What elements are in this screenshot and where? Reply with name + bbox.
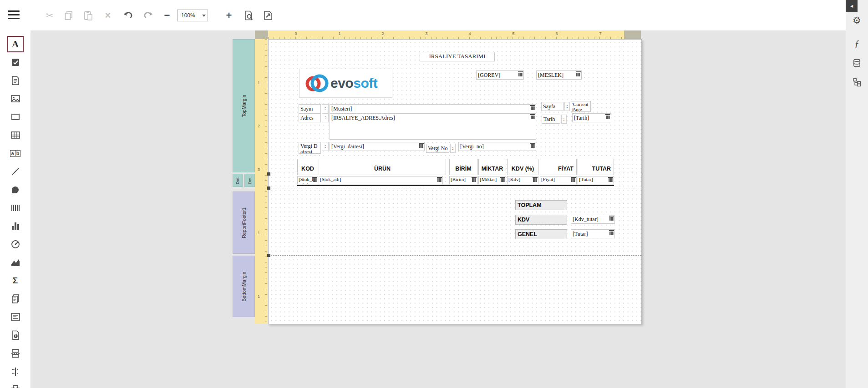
gorev-field[interactable]: [GOREV]: [476, 71, 524, 80]
fullscreen-button[interactable]: [262, 10, 274, 21]
toplam-label[interactable]: TOPLAM: [515, 200, 567, 210]
separator-line-element[interactable]: [297, 185, 614, 186]
kdv-total-label[interactable]: KDV: [515, 215, 567, 225]
colon-label[interactable]: :: [564, 102, 570, 111]
barcode-tool[interactable]: [0, 199, 30, 217]
panel-tool[interactable]: [0, 108, 30, 126]
detail-miktar-field[interactable]: [Miktar]: [478, 176, 506, 184]
band-resize-handle[interactable]: [267, 172, 270, 176]
column-header-birim[interactable]: BİRİM: [449, 159, 477, 175]
charactercomb-tool[interactable]: ab: [0, 144, 30, 162]
panel-collapse-button[interactable]: ◀: [846, 0, 858, 12]
pageinfo-tool[interactable]: [0, 326, 30, 344]
h-ruler-number: 0: [294, 31, 297, 36]
band-resize-handle[interactable]: [267, 186, 270, 190]
redo-button[interactable]: [142, 10, 154, 21]
detail-stok-adi-field[interactable]: [Stok_adi]: [319, 176, 443, 184]
sayfa-label[interactable]: Sayfa: [541, 102, 563, 111]
properties-tab[interactable]: ⚙: [846, 15, 868, 26]
paste-button[interactable]: [82, 10, 94, 21]
meslek-field[interactable]: [MESLEK]: [536, 71, 582, 80]
collapse-arrow-icon: ◀: [850, 4, 853, 8]
genel-tutar-field[interactable]: [Tutar]: [571, 229, 615, 238]
barcode-icon: [11, 205, 20, 211]
detail-birim-field[interactable]: [Birim]: [449, 176, 477, 184]
genel-label[interactable]: GENEL: [515, 229, 567, 239]
adres-field[interactable]: [IRSALIYE_ADRES.Adres]: [330, 113, 536, 140]
gauge-tool[interactable]: [0, 235, 30, 253]
column-header-urun[interactable]: ÜRÜN: [319, 159, 446, 175]
line-tool[interactable]: [0, 162, 30, 181]
copy-button[interactable]: [63, 10, 75, 21]
vergi-no-field[interactable]: [Vergi_no]: [458, 142, 536, 151]
sayin-label[interactable]: Sayın: [299, 104, 321, 113]
expressions-tab[interactable]: ƒ: [846, 38, 868, 50]
detail-kdv-field[interactable]: [Kdv]: [507, 176, 538, 184]
tarih-label[interactable]: Tarih: [542, 115, 560, 124]
current-page-expression[interactable]: 'CurrentPage: [571, 101, 591, 112]
zoom-out-button[interactable]: −: [161, 10, 173, 21]
richtext-tool[interactable]: [0, 71, 30, 90]
kdv-tutar-field[interactable]: [Kdv_tutar]: [571, 215, 615, 224]
vergi-dairesi-field[interactable]: [Vergi_dairesi]: [330, 142, 425, 151]
horizontal-ruler: 0 1 2 3 4 5 6 7: [268, 30, 641, 39]
band-resize-handle[interactable]: [267, 254, 270, 257]
undo-button[interactable]: [122, 10, 134, 21]
delete-button[interactable]: ×: [102, 10, 114, 21]
sparkline-tool[interactable]: [0, 253, 30, 272]
vergi-dairesi-label[interactable]: Vergi Dairesi: [299, 142, 321, 154]
detail-tutar-field[interactable]: [Tutar]: [578, 176, 614, 184]
band-separator: [269, 188, 641, 188]
report-explorer-tab[interactable]: [846, 78, 868, 86]
checkbox-tool[interactable]: [0, 53, 30, 71]
logo-picturebox[interactable]: evosoft: [299, 69, 392, 98]
selected-tool-frame: A: [7, 36, 24, 52]
vergi-no-label[interactable]: Vergi No: [426, 144, 449, 153]
crossband-box-tool[interactable]: [0, 381, 30, 388]
menu-button[interactable]: [8, 8, 21, 22]
preview-icon: [243, 10, 254, 21]
tarih-field[interactable]: [Tarih]: [572, 113, 611, 122]
chart-tool[interactable]: [0, 217, 30, 235]
field-list-tab[interactable]: [846, 59, 868, 67]
crossband-line-tool[interactable]: [0, 363, 30, 381]
colon-label[interactable]: :: [322, 113, 329, 122]
zoom-in-button[interactable]: +: [223, 10, 235, 21]
cut-button[interactable]: ✂: [44, 10, 56, 21]
field-binding-icon: [571, 177, 575, 182]
column-header-kod[interactable]: KOD: [297, 159, 318, 175]
shape-tool[interactable]: [0, 181, 30, 199]
pivotgrid-tool[interactable]: Σ: [0, 272, 30, 290]
toc-tool[interactable]: [0, 308, 30, 326]
colon-label[interactable]: :: [322, 104, 329, 113]
detail-fiyat-field[interactable]: [Fiyat]: [540, 176, 577, 184]
column-header-tutar[interactable]: TUTAR: [578, 159, 614, 175]
colon-label[interactable]: :: [561, 115, 567, 124]
column-header-kdv[interactable]: KDV (%): [507, 159, 538, 175]
band-tab-detail-outer[interactable]: Det.: [233, 174, 243, 187]
band-tab-topmargin[interactable]: TopMargin: [233, 39, 255, 172]
pagebreak-tool[interactable]: [0, 344, 30, 363]
musteri-field[interactable]: [Musteri]: [330, 104, 536, 113]
field-binding-icon: [576, 71, 580, 76]
design-surface[interactable]: 0 1 2 3 4 5 6 7 1 2 3 1 1 TopMargin Det.: [30, 30, 846, 388]
field-binding-icon: [419, 143, 423, 148]
table-tool[interactable]: [0, 126, 30, 144]
report-title-label[interactable]: İRSALİYE TASARIMI: [420, 52, 495, 61]
detail-stok-kodu-field[interactable]: [Stok_kodu]: [297, 176, 318, 184]
column-header-miktar[interactable]: MİKTAR: [478, 159, 506, 175]
colon-label[interactable]: :: [322, 142, 329, 151]
subreport-tool[interactable]: [0, 290, 30, 308]
band-tab-detail-inner[interactable]: Det.: [244, 174, 255, 187]
checkbox-icon: [11, 58, 20, 67]
band-tab-reportfooter[interactable]: ReportFooter1: [233, 191, 255, 254]
preview-button[interactable]: [243, 10, 254, 21]
column-header-fiyat[interactable]: FİYAT: [540, 159, 577, 175]
picturebox-tool[interactable]: [0, 90, 30, 108]
label-tool[interactable]: A: [0, 35, 30, 53]
adres-label[interactable]: Adres: [299, 113, 321, 122]
report-page[interactable]: İRSALİYE TASARIMI evosoft [GOREV] [MESLE…: [268, 39, 642, 324]
colon-label[interactable]: :: [450, 144, 456, 153]
zoom-select[interactable]: 100%: [177, 10, 208, 21]
band-tab-bottommargin[interactable]: BottomMargin: [233, 256, 255, 317]
